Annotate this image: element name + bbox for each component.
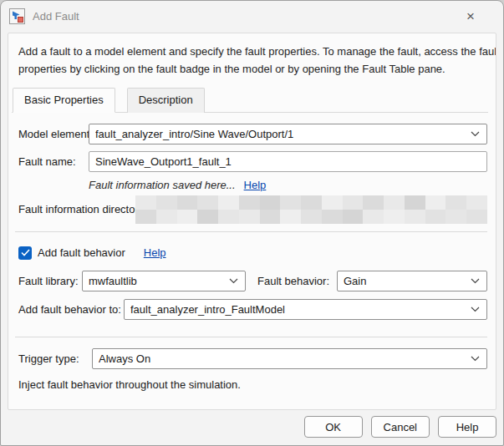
model-element-combobox[interactable]: fault_analyzer_intro/Sine Wave/Outport/1: [89, 124, 487, 144]
add-fault-behavior-to-combobox[interactable]: fault_analyzer_intro_FaultModel: [124, 299, 487, 320]
tab-description[interactable]: Description: [127, 88, 205, 113]
fault-name-row: Fault name:: [18, 151, 487, 172]
window-title: Add Fault: [33, 10, 79, 23]
fault-info-directory-label: Fault information directory:: [18, 195, 135, 215]
add-fault-behavior-to-value: fault_analyzer_intro_FaultModel: [130, 303, 464, 316]
add-fault-behavior-label: Add fault behavior: [38, 246, 125, 259]
title-bar: Add Fault ×: [1, 1, 503, 32]
trigger-description: Inject fault behavior throughout the sim…: [18, 378, 488, 391]
fault-behavior-label: Fault behavior:: [257, 275, 329, 287]
fault-library-combobox[interactable]: mwfaultlib: [82, 271, 246, 291]
chevron-down-icon: [471, 307, 480, 312]
section-divider: [15, 337, 487, 337]
fault-info-note-text: Fault information saved here...: [89, 179, 236, 191]
trigger-type-combobox[interactable]: Always On: [92, 348, 487, 369]
tab-strip: Basic Properties Description: [12, 88, 488, 113]
add-fault-behavior-to-label: Add fault behavior to:: [18, 303, 124, 316]
fault-info-directory-row: Fault information directory:: [18, 195, 487, 224]
add-fault-behavior-checkbox[interactable]: [18, 246, 32, 260]
add-fault-behavior-to-row: Add fault behavior to: fault_analyzer_in…: [18, 299, 487, 320]
section-divider: [15, 231, 487, 232]
model-element-label: Model element:: [18, 128, 89, 140]
fault-name-input[interactable]: [89, 151, 487, 172]
fault-library-row: Fault library: mwfaultlib Fault behavior…: [18, 271, 487, 291]
close-icon[interactable]: ×: [458, 7, 483, 27]
chevron-down-icon: [471, 131, 480, 137]
fault-behavior-value: Gain: [344, 275, 464, 287]
fault-behavior-combobox[interactable]: Gain: [337, 271, 487, 291]
trigger-type-row: Trigger type: Always On: [18, 348, 487, 369]
fault-info-help-link[interactable]: Help: [244, 179, 267, 191]
add-fault-behavior-row: Add fault behavior Help: [18, 246, 487, 260]
chevron-down-icon: [229, 278, 238, 284]
fault-library-label: Fault library:: [18, 275, 82, 287]
model-element-row: Model element: fault_analyzer_intro/Sine…: [18, 124, 487, 144]
redacted-directory-value: [135, 195, 487, 224]
chevron-down-icon: [471, 278, 480, 284]
cancel-button[interactable]: Cancel: [371, 416, 430, 438]
chevron-down-icon: [471, 356, 480, 362]
help-button[interactable]: Help: [438, 416, 496, 438]
fault-info-note: Fault information saved here... Help: [89, 179, 488, 191]
checkbox-check-icon: [21, 249, 30, 256]
trigger-type-value: Always On: [99, 352, 464, 365]
footer: OK Cancel Help: [1, 408, 503, 445]
ok-button[interactable]: OK: [304, 416, 363, 438]
add-fault-badge-icon: [9, 8, 25, 24]
content-panel: Add a fault to a model element and speci…: [8, 33, 496, 410]
tab-basic-properties[interactable]: Basic Properties: [13, 88, 115, 113]
add-fault-behavior-help-link[interactable]: Help: [144, 246, 166, 259]
add-fault-dialog: Add Fault × Add a fault to a model eleme…: [0, 0, 504, 446]
model-element-value: fault_analyzer_intro/Sine Wave/Outport/1: [95, 128, 464, 140]
trigger-type-label: Trigger type:: [18, 352, 92, 365]
fault-library-value: mwfaultlib: [89, 275, 222, 287]
fault-name-label: Fault name:: [18, 155, 89, 168]
intro-text: Add a fault to a model element and speci…: [18, 43, 496, 79]
